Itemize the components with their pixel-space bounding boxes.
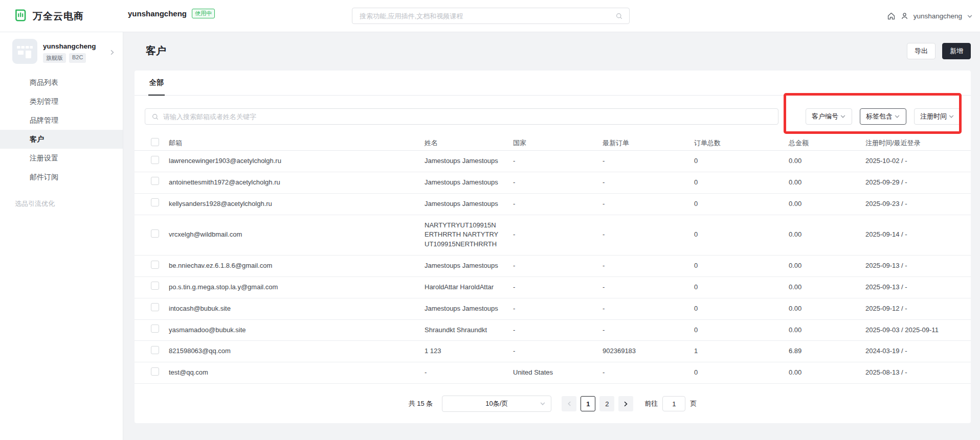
tab-all[interactable]: 全部 (148, 71, 165, 95)
sidebar-item-9[interactable]: 邮件订阅 (0, 168, 123, 187)
mode-badge: B2C (69, 53, 86, 63)
column-header: 姓名 (425, 138, 513, 148)
home-shortcut-icon[interactable] (887, 12, 896, 20)
cell-email: be.nniechav.ez.6.1.8.6@gmail.com (169, 256, 425, 276)
customer-card: 全部 客户编号标签包含注册时间 邮箱姓名国家最新订单订单总数总金额注册时间/最近… (135, 71, 971, 423)
row-checkbox[interactable] (151, 282, 159, 290)
sidebar-item-label: 商品列表 (30, 78, 58, 87)
tabbar: 全部 (135, 71, 971, 96)
cell-latest_order: - (603, 194, 694, 215)
cell-name: Jamestoups Jamestoups (425, 256, 513, 276)
table-row: test@qq.com-United States-00.002025-08-1… (135, 362, 971, 384)
column-header: 最新订单 (603, 138, 694, 148)
filter-button-2[interactable]: 注册时间 (914, 108, 961, 125)
cell-name: Jamestoups Jamestoups (425, 194, 513, 215)
column-header: 注册时间/最近登录 (865, 138, 971, 148)
table-row: lawrencewinger1903@acetylcholgh.ruJamest… (135, 151, 971, 172)
table-header: 邮箱姓名国家最新订单订单总数总金额注册时间/最近登录 (135, 135, 971, 151)
cell-country: - (513, 277, 603, 298)
cell-name: Jamestoups Jamestoups (425, 298, 513, 319)
goto-label: 前往 (644, 399, 658, 408)
table-row: be.nniechav.ez.6.1.8.6@gmail.comJamestou… (135, 256, 971, 277)
chevron-down-icon[interactable] (967, 13, 973, 19)
sidebar-item-7[interactable]: 客户 (0, 130, 123, 149)
sidebar-item-4[interactable]: 类别管理 (0, 92, 123, 111)
cell-orders: 0 (694, 277, 789, 298)
chevron-right-icon[interactable] (109, 49, 116, 56)
sidebar-section-label: 选品引流优化 (0, 195, 123, 213)
cell-reg: 2025-09-12 / - (865, 298, 971, 319)
page-size-value: 10条/页 (485, 399, 508, 408)
cell-email: lawrencewinger1903@acetylcholgh.ru (169, 151, 425, 172)
sidebar-item-label: 邮件订阅 (30, 173, 58, 182)
cell-orders: 0 (694, 298, 789, 319)
table-row: kellysanders1928@acetylcholgh.ruJamestou… (135, 194, 971, 215)
sidebar-item-label: 类别管理 (30, 97, 58, 106)
page-size-select[interactable]: 10条/页 (442, 396, 551, 412)
cell-reg: 2025-09-13 / - (865, 256, 971, 276)
filter-button-0[interactable]: 客户编号 (806, 108, 852, 125)
cell-orders: 0 (694, 224, 789, 245)
cell-reg: 2025-10-02 / - (865, 151, 971, 172)
chevron-down-icon (840, 113, 846, 120)
cell-orders: 0 (694, 320, 789, 341)
cell-amount: 0.00 (789, 172, 865, 193)
page-button-2[interactable]: 2 (599, 396, 614, 411)
cell-email: 821598063@qq.com (169, 341, 425, 362)
select-all-checkbox[interactable] (151, 138, 159, 146)
sidebar: yunshangcheng 旗舰版 B2C 首页订单管理商品管理商品列表类别管理… (0, 32, 123, 440)
page-button-1[interactable]: 1 (581, 396, 595, 411)
sidebar-item-3[interactable]: 商品列表 (0, 73, 123, 92)
total-count: 共 15 条 (409, 399, 433, 408)
cell-amount: 0.00 (789, 194, 865, 215)
cell-country: - (513, 224, 603, 245)
cell-name: NARTYTRYUT109915N ERTHRRTH NARTYTRY UT10… (425, 215, 513, 256)
column-header: 邮箱 (169, 138, 425, 148)
cell-latest_order: - (603, 172, 694, 193)
customer-search-input[interactable] (163, 113, 772, 121)
row-checkbox[interactable] (151, 325, 159, 333)
row-checkbox[interactable] (151, 177, 159, 185)
next-page-button[interactable] (618, 396, 633, 411)
global-search-input[interactable] (360, 12, 615, 20)
cell-name: Jamestoups Jamestoups (425, 172, 513, 193)
brand-logo: 万全云电商 (13, 8, 84, 25)
row-checkbox[interactable] (151, 156, 159, 164)
sidebar-item-label: 品牌管理 (30, 116, 58, 125)
sidebar-item-8[interactable]: 注册设置 (0, 149, 123, 168)
prev-page-button[interactable] (562, 396, 576, 411)
plan-badge: 旗舰版 (43, 53, 66, 63)
table-row: yasmamadoo@bubuk.siteShraundkt Shraundkt… (135, 320, 971, 341)
search-icon[interactable] (615, 12, 623, 20)
store-profile-name: yunshangcheng (43, 42, 96, 50)
cell-amount: 0.00 (789, 320, 865, 341)
row-checkbox[interactable] (151, 198, 159, 206)
cell-amount: 0.00 (789, 277, 865, 298)
row-checkbox[interactable] (151, 261, 159, 269)
export-button[interactable]: 导出 (907, 43, 936, 59)
cell-country: - (513, 320, 603, 341)
main-content: 客户 导出 新增 全部 客户编号标签包含注册时间 邮箱姓名国家最新订单订单总数总… (124, 32, 980, 440)
cell-reg: 2025-09-23 / - (865, 194, 971, 215)
add-button[interactable]: 新增 (942, 43, 971, 59)
row-checkbox[interactable] (151, 303, 159, 311)
filter-button-label: 注册时间 (920, 112, 947, 121)
goto-page-input[interactable] (662, 396, 685, 411)
cell-amount: 0.00 (789, 224, 865, 245)
sidebar-item-label: 选品引流优化 (15, 199, 55, 209)
row-checkbox[interactable] (151, 346, 159, 354)
column-header: 总金额 (789, 138, 865, 148)
cell-name: HaroldAttar HaroldAttar (425, 277, 513, 298)
filter-button-1[interactable]: 标签包含 (860, 108, 906, 125)
cell-name: Jamestoups Jamestoups (425, 151, 513, 172)
cell-email: antoinettesmith1972@acetylcholgh.ru (169, 172, 425, 193)
sidebar-item-5[interactable]: 品牌管理 (0, 111, 123, 130)
table-row: vrcxelgh@wildbmail.comNARTYTRYUT109915N … (135, 215, 971, 256)
store-profile[interactable]: yunshangcheng 旗舰版 B2C (0, 32, 123, 73)
row-checkbox[interactable] (151, 367, 159, 376)
account-name[interactable]: yunshangcheng (914, 12, 962, 20)
row-checkbox[interactable] (151, 229, 159, 238)
status-badge: 使用中 (192, 9, 215, 18)
cell-latest_order: - (603, 362, 694, 383)
cell-orders: 0 (694, 151, 789, 172)
